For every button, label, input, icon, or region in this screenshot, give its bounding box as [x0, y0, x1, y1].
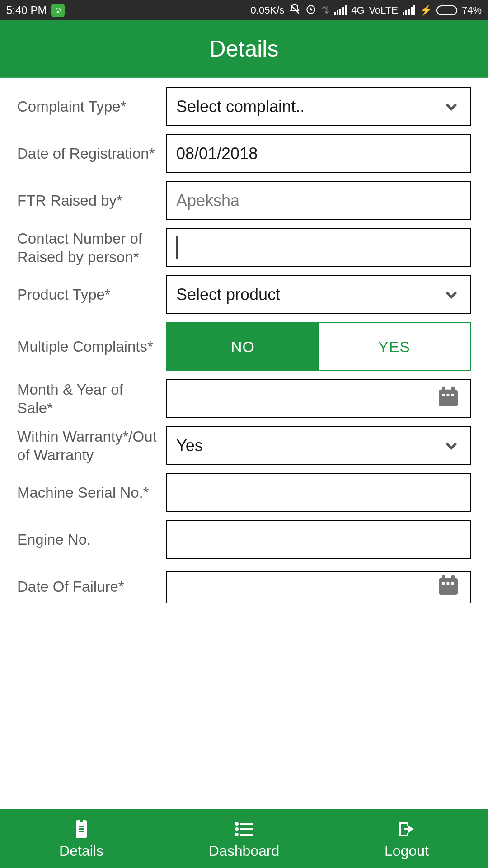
toggle-multiple-complaints: NO YES	[166, 322, 471, 371]
mute-icon	[289, 3, 300, 18]
toggle-no-button[interactable]: NO	[167, 323, 319, 370]
label-contact-number: Contact Number of Raised by person*	[17, 229, 166, 267]
label-multiple-complaints: Multiple Complaints*	[17, 337, 166, 356]
svg-point-18	[235, 833, 239, 836]
charging-icon: ⚡	[420, 5, 432, 16]
bottom-nav: Details Dashboard Logout	[0, 809, 488, 868]
svg-rect-12	[447, 582, 450, 585]
status-time: 5:40 PM	[6, 4, 47, 17]
select-warranty[interactable]: Yes	[166, 426, 471, 465]
label-serial-no: Machine Serial No.*	[17, 483, 166, 502]
nav-details[interactable]: Details	[0, 809, 163, 868]
text-cursor	[176, 236, 178, 259]
form-content: Complaint Type* Select complaint.. Date …	[0, 78, 488, 809]
row-date-registration: Date of Registration* 08/01/2018	[17, 134, 471, 173]
svg-rect-5	[442, 394, 445, 396]
label-product-type: Product Type*	[17, 285, 166, 304]
chevron-down-icon	[442, 285, 461, 304]
svg-rect-3	[442, 386, 445, 392]
logout-icon	[396, 818, 418, 840]
svg-rect-17	[240, 828, 253, 830]
data-arrows-icon: ⇅	[321, 5, 329, 16]
alarm-icon	[305, 3, 317, 18]
calendar-icon	[436, 573, 461, 602]
toggle-yes-button[interactable]: YES	[319, 323, 470, 370]
row-multiple-complaints: Multiple Complaints* NO YES	[17, 322, 471, 371]
row-serial-no: Machine Serial No.*	[17, 473, 471, 512]
svg-rect-11	[442, 582, 445, 585]
row-sale-date: Month & Year of Sale*	[17, 379, 471, 418]
input-ftr-raised-by[interactable]	[166, 181, 471, 220]
label-failure-date: Date Of Failure*	[17, 577, 166, 596]
input-engine-no[interactable]	[166, 520, 471, 559]
nav-details-label: Details	[59, 843, 103, 859]
svg-rect-8	[439, 578, 458, 594]
input-failure-date[interactable]	[166, 571, 471, 603]
row-complaint-type: Complaint Type* Select complaint..	[17, 87, 471, 126]
svg-rect-9	[442, 575, 445, 580]
row-contact-number: Contact Number of Raised by person*	[17, 228, 471, 267]
page-title: Details	[210, 36, 279, 62]
signal-2-icon	[403, 5, 415, 15]
nav-dashboard[interactable]: Dashboard	[163, 809, 325, 868]
chevron-down-icon	[442, 436, 461, 455]
svg-rect-15	[240, 823, 253, 825]
svg-rect-7	[451, 394, 454, 396]
row-failure-date: Date Of Failure*	[17, 567, 471, 606]
nav-logout-label: Logout	[385, 843, 429, 859]
svg-rect-2	[439, 389, 458, 406]
svg-rect-6	[447, 394, 450, 396]
row-ftr-raised-by: FTR Raised by*	[17, 181, 471, 220]
signal-1-icon	[334, 5, 347, 15]
battery-pct: 74%	[462, 5, 482, 16]
svg-point-16	[235, 827, 239, 831]
select-complaint-type[interactable]: Select complaint..	[166, 87, 471, 126]
input-contact-number[interactable]	[166, 228, 471, 267]
label-sale-date: Month & Year of Sale*	[17, 380, 166, 418]
net-speed: 0.05K/s	[251, 5, 285, 16]
chevron-down-icon	[442, 97, 461, 116]
svg-rect-10	[451, 575, 455, 580]
nav-logout[interactable]: Logout	[325, 809, 488, 868]
status-right: 0.05K/s ⇅ 4G VoLTE ⚡ 74%	[251, 3, 482, 18]
label-ftr-raised-by: FTR Raised by*	[17, 191, 166, 210]
input-date-registration[interactable]: 08/01/2018	[166, 134, 471, 173]
input-serial-no[interactable]	[166, 473, 471, 512]
label-warranty: Within Warranty*/Out of Warranty	[17, 427, 166, 465]
status-left: 5:40 PM ☺	[6, 4, 65, 17]
select-product-type[interactable]: Select product	[166, 275, 471, 314]
page-header: Details	[0, 20, 488, 78]
row-engine-no: Engine No.	[17, 520, 471, 559]
status-bar: 5:40 PM ☺ 0.05K/s ⇅ 4G VoLTE ⚡ 74%	[0, 0, 488, 20]
input-sale-date[interactable]	[166, 379, 471, 418]
dashboard-icon	[233, 818, 255, 840]
battery-icon	[436, 5, 457, 15]
nav-dashboard-label: Dashboard	[209, 843, 280, 859]
svg-rect-19	[240, 834, 253, 836]
volte-label: VoLTE	[369, 5, 398, 16]
row-warranty: Within Warranty*/Out of Warranty Yes	[17, 426, 471, 465]
label-engine-no: Engine No.	[17, 530, 166, 549]
row-product-type: Product Type* Select product	[17, 275, 471, 314]
background-app-icon: ☺	[51, 4, 65, 17]
svg-point-14	[235, 822, 239, 826]
svg-rect-4	[451, 386, 455, 392]
calendar-icon	[436, 384, 461, 414]
label-complaint-type: Complaint Type*	[17, 97, 166, 116]
network-4g: 4G	[351, 5, 364, 16]
svg-rect-13	[451, 582, 454, 585]
details-icon	[70, 818, 92, 840]
label-date-registration: Date of Registration*	[17, 144, 166, 163]
